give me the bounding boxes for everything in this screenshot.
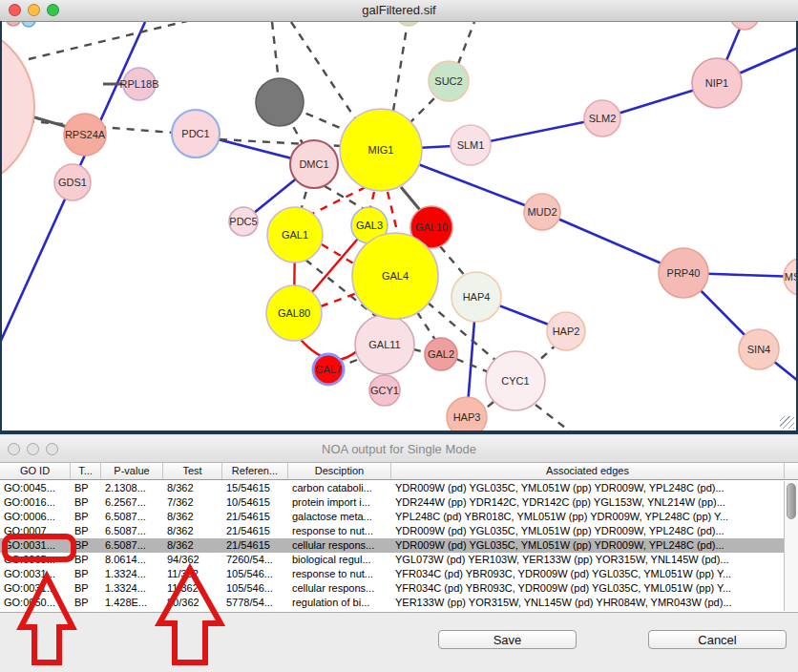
minimize-button-inactive[interactable] [27,443,39,455]
cell-p_value: 8.0614... [101,553,163,567]
cell-test: 80/362 [163,596,222,610]
cell-test: 11/362 [163,567,222,581]
cell-description: protein import i... [288,495,391,510]
node-gray-node[interactable] [256,78,304,126]
cell-p_value: 6.5087... [101,538,163,553]
node-RPL18B[interactable]: RPL18B [120,68,159,100]
cell-type: BP [71,495,101,510]
cell-go_id: GO:0016... [0,495,71,510]
node-GAL1[interactable]: GAL1 [267,207,323,262]
cell-associated_edges: YER133W (pp) YOR315W, YNL145W (pd) YHR08… [391,596,785,610]
node-MUD2[interactable]: MUD2 [524,194,560,230]
window-border [0,430,798,434]
node-MIG1[interactable]: MIG1 [340,109,422,191]
node-PRP40[interactable]: PRP40 [659,248,708,298]
table-row[interactable]: GO:0031...BP1.3324...11/362105/546...cel… [0,581,785,596]
node-GAL7[interactable]: GAL7 [313,354,344,385]
node-label: HAP4 [463,291,491,303]
column-header-test[interactable]: Test [163,463,222,479]
table-row[interactable]: GO:0031...BP6.5087...8/36221/54615cellul… [0,538,785,553]
vertical-scrollbar[interactable] [784,481,798,611]
node-label: MIG1 [368,144,394,156]
cell-go_id: GO:0050... [0,596,71,610]
network-edge [29,21,187,59]
cell-go_id: GO:0007... [0,524,71,538]
node-SUC2[interactable]: SUC2 [429,61,469,101]
cell-p_value: 6.5087... [101,510,163,524]
node-GDS1[interactable]: GDS1 [54,164,91,200]
node-GAL80[interactable]: GAL80 [266,285,322,341]
node-SLM1[interactable]: SLM1 [451,125,491,165]
column-header-associated_edges[interactable]: Associated edges [391,463,785,479]
column-header-p_value[interactable]: P-value [101,463,163,479]
cancel-button[interactable]: Cancel [648,630,787,649]
node-GAL11[interactable]: GAL11 [355,315,414,374]
close-button[interactable] [9,4,21,16]
node-label: PDC1 [181,128,209,139]
cell-test: 8/362 [163,510,222,524]
column-header-reference[interactable]: Referen... [222,463,288,479]
cell-associated_edges: YGL073W (pd) YER103W, YER133W (pp) YOR31… [391,553,785,567]
cell-go_id: GO:0045... [0,481,71,495]
resize-grip-icon[interactable] [780,416,794,429]
minimize-button[interactable] [28,4,40,16]
network-edge [409,97,435,124]
cell-go_id: GO:0031... [0,581,71,596]
node-label: HAP3 [453,411,481,423]
node-GAL4[interactable]: GAL4 [352,233,438,319]
network-window: RPL18BRPS24APDC1GDS1MIG1DMC1SUC2SLM1SLM2… [0,0,798,437]
main-titlebar[interactable]: galFiltered.sif [0,0,798,22]
cell-associated_edges: YPL248C (pd) YBR018C, YML051W (pp) YDR00… [391,510,785,524]
node-PDC1[interactable]: PDC1 [172,110,220,158]
node-label: SIN4 [747,344,770,355]
cell-type: BP [71,567,101,581]
node-label: RPS24A [65,129,106,140]
cell-type: BP [71,524,101,538]
node-GCY1[interactable]: GCY1 [369,375,400,406]
node-circle[interactable] [0,23,34,191]
cell-description: response to nut... [288,567,391,581]
zoom-button[interactable] [47,4,59,16]
node-PDC5[interactable]: PDC5 [229,207,258,236]
table-row[interactable]: GO:0065...BP8.0614...94/3627260/54...bio… [0,553,785,567]
node-CYC1[interactable]: CYC1 [486,351,545,410]
node-label: SLM1 [457,139,485,151]
cell-go_id: GO:0006... [0,510,71,524]
node-RPS24A[interactable]: RPS24A [64,114,106,156]
node-label: GAL3 [356,220,383,231]
noa-titlebar[interactable]: NOA output for Single Mode [0,436,798,463]
scrollbar-thumb[interactable] [787,483,796,519]
node-HAP4[interactable]: HAP4 [452,272,501,322]
column-header-description[interactable]: Desciption [288,463,391,479]
node-label: GAL4 [382,270,409,282]
node-SIN4[interactable]: SIN4 [739,329,779,369]
cell-reference: 7260/54... [222,553,288,567]
table-row[interactable]: GO:0031...BP1.3324...11/362105/546...res… [0,567,785,581]
node-label: PRP40 [667,267,701,279]
cell-associated_edges: YFR034C (pd) YBR093C, YDR009W (pd) YGL03… [391,567,785,581]
node-SLM2[interactable]: SLM2 [584,100,620,136]
node-label: GCY1 [370,385,399,396]
table-row[interactable]: GO:0045...BP2.1308...8/36215/54615carbon… [0,481,785,495]
cell-associated_edges: YFR034C (pd) YBR093C, YDR009W (pd) YGL03… [391,581,785,596]
table-row[interactable]: GO:0006...BP6.5087...8/36221/54615galact… [0,510,785,524]
zoom-button-inactive[interactable] [46,443,58,455]
node-large-left[interactable] [0,23,34,191]
save-button[interactable]: Save [438,630,577,649]
cell-description: regulation of bi... [288,596,391,610]
node-DMC1[interactable]: DMC1 [290,140,338,188]
node-label: DMC1 [299,158,328,170]
node-NIP1[interactable]: NIP1 [692,58,742,108]
node-HAP3[interactable]: HAP3 [447,397,487,434]
table-row[interactable]: GO:0007...BP6.5087...8/36221/54615respon… [0,524,785,538]
node-HAP2[interactable]: HAP2 [547,312,585,350]
column-header-go_id[interactable]: GO ID [0,463,71,479]
table-row[interactable]: GO:0050...BP1.428E...80/3625778/54...reg… [0,596,785,610]
table-row[interactable]: GO:0016...BP6.2567...7/36210/54615protei… [0,495,785,510]
node-circle[interactable] [256,78,304,126]
column-header-type[interactable]: T... [71,463,101,479]
close-button-inactive[interactable] [8,443,20,455]
network-edge [458,22,474,64]
table-header[interactable]: GO IDT...P-valueTestReferen...Desciption… [0,463,798,480]
node-GAL2[interactable]: GAL2 [425,338,457,370]
